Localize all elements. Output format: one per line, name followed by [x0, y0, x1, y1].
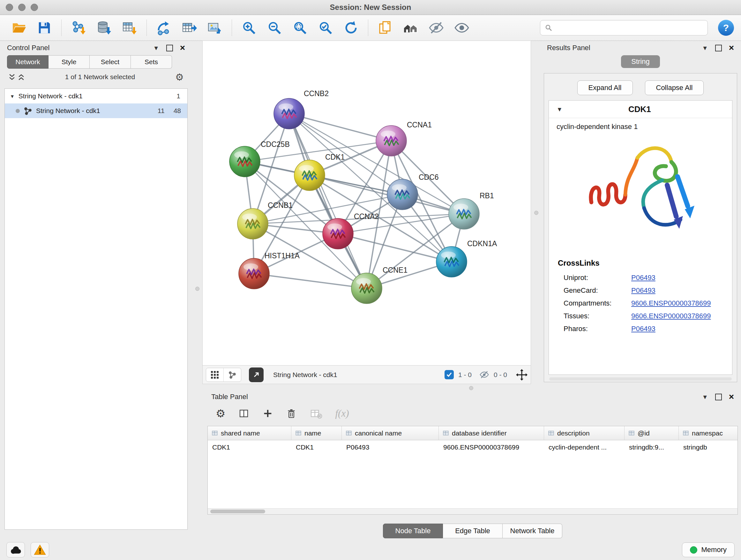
- column-header-database-identifier[interactable]: database identifier: [439, 426, 544, 440]
- cell-database-identifier: 9606.ENSP00000378699: [439, 440, 544, 454]
- warnings-button[interactable]: [30, 542, 49, 557]
- tab-string[interactable]: String: [621, 55, 660, 68]
- close-panel-icon[interactable]: ×: [729, 44, 734, 52]
- zoom-out-button[interactable]: [263, 17, 286, 38]
- network-canvas[interactable]: CCNB2CCNA1CDC25BCDK1CDC6RB1CCNB1CCNA2CDK…: [202, 41, 531, 366]
- tree-expand-caret-icon[interactable]: ▼: [10, 94, 15, 99]
- splitter-handle[interactable]: [534, 211, 538, 215]
- tab-network[interactable]: Network: [7, 55, 49, 69]
- svg-text:CDC6: CDC6: [419, 173, 439, 181]
- network-row-selected[interactable]: String Network - cdk1 11 48: [5, 104, 187, 118]
- show-columns-icon[interactable]: [238, 408, 250, 419]
- first-neighbors-button[interactable]: [399, 17, 422, 38]
- gear-icon[interactable]: ⚙: [175, 71, 184, 83]
- collection-count: 1: [177, 92, 182, 100]
- duplicate-network-button[interactable]: [374, 17, 397, 38]
- gene-collapse-caret-icon[interactable]: ▼: [556, 106, 562, 112]
- gene-description: cyclin-dependent kinase 1: [549, 118, 732, 133]
- memory-button[interactable]: Memory: [682, 543, 735, 557]
- panel-menu-caret-icon[interactable]: ▼: [153, 45, 159, 51]
- zoom-fit-icon: [292, 20, 308, 36]
- houses-icon: [403, 20, 419, 36]
- tab-select[interactable]: Select: [90, 55, 131, 69]
- column-header-name[interactable]: name: [291, 426, 342, 440]
- float-panel-icon[interactable]: [715, 394, 722, 400]
- close-window-button[interactable]: [6, 4, 13, 11]
- crosslink-link[interactable]: P06493: [631, 325, 656, 333]
- detach-view-button[interactable]: [249, 368, 264, 382]
- crosslink-link[interactable]: 9606.ENSP00000378699: [631, 312, 711, 320]
- import-network-database-button[interactable]: [92, 17, 116, 38]
- network-mode-button[interactable]: [223, 368, 241, 381]
- results-scrollbar[interactable]: [549, 377, 732, 381]
- svg-text:HIST1H1A: HIST1H1A: [265, 252, 300, 260]
- zoom-in-icon: [241, 20, 257, 36]
- search-input[interactable]: [556, 23, 703, 32]
- table-row[interactable]: CDK1 CDK1 P06493 9606.ENSP00000378699 cy…: [208, 440, 738, 454]
- crosslink-link[interactable]: P06493: [631, 273, 656, 282]
- close-panel-icon[interactable]: ×: [180, 44, 185, 52]
- add-column-plus-icon[interactable]: [262, 408, 273, 419]
- minimize-window-button[interactable]: [18, 4, 25, 11]
- import-database-icon: [96, 20, 112, 36]
- network-collection-row[interactable]: ▼ String Network - cdk1 1: [5, 89, 187, 104]
- column-icon: [212, 430, 218, 436]
- gene-card-header[interactable]: ▼ CDK1: [549, 101, 732, 118]
- expand-all-icon[interactable]: [17, 73, 25, 81]
- column-header-namespace[interactable]: namespac: [679, 426, 738, 440]
- save-icon: [37, 20, 52, 35]
- tab-style[interactable]: Style: [49, 55, 90, 69]
- toolbar-separator: [146, 19, 147, 36]
- share-icon: [228, 371, 237, 379]
- splitter-handle[interactable]: [195, 287, 199, 291]
- zoom-selected-button[interactable]: [314, 17, 337, 38]
- panel-menu-caret-icon[interactable]: ▼: [702, 394, 708, 400]
- crosslink-link[interactable]: P06493: [631, 287, 656, 295]
- zoom-window-button[interactable]: [30, 4, 38, 11]
- tab-sets[interactable]: Sets: [131, 55, 172, 69]
- results-panel-title: Results Panel: [547, 44, 590, 52]
- toolbar-separator: [61, 19, 62, 36]
- float-panel-icon[interactable]: [166, 45, 173, 51]
- column-header-shared-name[interactable]: shared name: [208, 426, 291, 440]
- splitter-handle[interactable]: [469, 386, 473, 390]
- crosslink-link[interactable]: 9606.ENSP00000378699: [631, 299, 711, 307]
- column-icon: [443, 430, 449, 436]
- export-table-button[interactable]: [178, 17, 201, 38]
- help-button[interactable]: ?: [718, 20, 734, 36]
- tab-edge-table[interactable]: Edge Table: [443, 523, 502, 538]
- collapse-all-icon[interactable]: [8, 73, 16, 81]
- import-table-file-button[interactable]: [118, 17, 141, 38]
- cell-namespace: stringdb: [679, 440, 738, 454]
- zoom-fit-button[interactable]: [288, 17, 312, 38]
- tab-node-table[interactable]: Node Table: [383, 523, 443, 538]
- scrollbar-thumb[interactable]: [210, 509, 265, 513]
- open-session-button[interactable]: [7, 17, 30, 38]
- pan-crosshair-icon[interactable]: [516, 369, 528, 381]
- collapse-all-button[interactable]: Collapse All: [645, 80, 704, 95]
- delete-trash-icon[interactable]: [286, 408, 297, 419]
- column-header-id[interactable]: @id: [624, 426, 679, 440]
- import-network-file-button[interactable]: [67, 17, 90, 38]
- hide-selected-button[interactable]: [424, 17, 448, 38]
- save-session-button[interactable]: [32, 17, 56, 38]
- show-all-button[interactable]: [450, 17, 474, 38]
- cloud-status-button[interactable]: [6, 542, 25, 557]
- panel-menu-caret-icon[interactable]: ▼: [702, 45, 708, 51]
- table-settings-gear-icon[interactable]: ⚙: [216, 407, 225, 420]
- export-image-button[interactable]: [203, 17, 226, 38]
- selected-checkbox-icon[interactable]: [445, 370, 454, 379]
- control-panel-tabs: Network Style Select Sets: [7, 55, 185, 69]
- column-header-canonical-name[interactable]: canonical name: [342, 426, 439, 440]
- expand-all-button[interactable]: Expand All: [577, 80, 633, 95]
- svg-text:CDC25B: CDC25B: [261, 140, 290, 148]
- float-panel-icon[interactable]: [715, 45, 722, 51]
- new-network-button[interactable]: [152, 17, 176, 38]
- table-horizontal-scrollbar[interactable]: [208, 508, 738, 514]
- refresh-view-button[interactable]: [339, 17, 363, 38]
- column-header-description[interactable]: description: [544, 426, 624, 440]
- tab-network-table[interactable]: Network Table: [502, 523, 562, 538]
- zoom-in-button[interactable]: [237, 17, 261, 38]
- birds-eye-view-button[interactable]: [206, 368, 223, 381]
- close-panel-icon[interactable]: ×: [729, 392, 734, 401]
